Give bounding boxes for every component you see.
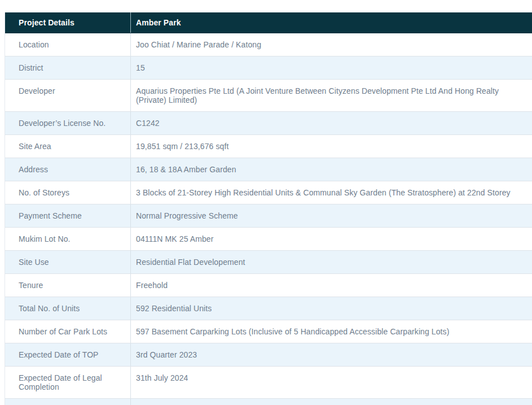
row-label: Payment Scheme <box>5 204 130 227</box>
table-row: Address 16, 18 & 18A Amber Garden <box>5 158 532 181</box>
row-label: Expected Date of Legal Completion <box>5 367 130 398</box>
row-value: Normal Progressive Scheme <box>130 204 532 227</box>
table-row: Number of Car Park Lots 597 Basement Car… <box>5 320 532 343</box>
table-row: Developer Aquarius Properties Pte Ltd (A… <box>5 80 532 112</box>
row-label: Security <box>5 399 130 405</box>
row-value: 24 Hours Security Guard <box>130 399 532 405</box>
table-row: No. of Storeys 3 Blocks of 21-Storey Hig… <box>5 181 532 204</box>
row-label: No. of Storeys <box>5 181 130 204</box>
row-label: Number of Car Park Lots <box>5 320 130 343</box>
table-row: Payment Scheme Normal Progressive Scheme <box>5 204 532 228</box>
row-value: 16, 18 & 18A Amber Garden <box>130 158 532 181</box>
table-row: Expected Date of TOP 3rd Quarter 2023 <box>5 343 532 367</box>
row-label: Expected Date of TOP <box>5 343 130 366</box>
table-row: Security 24 Hours Security Guard <box>5 399 532 405</box>
row-value: Freehold <box>130 274 532 297</box>
row-value: 15 <box>130 56 532 79</box>
table-row: Location Joo Chiat / Marine Parade / Kat… <box>5 33 532 56</box>
row-value: 3rd Quarter 2023 <box>130 343 532 366</box>
table-header-row: Project Details Amber Park <box>5 12 532 33</box>
table-header-value-column: Amber Park <box>130 12 532 33</box>
row-value: 19,851 sqm / 213,676 sqft <box>130 135 532 158</box>
row-label: Total No. of Units <box>5 297 130 320</box>
row-label: District <box>5 56 130 79</box>
row-value: Residential Flat Developement <box>130 251 532 273</box>
table-body: Location Joo Chiat / Marine Parade / Kat… <box>5 33 532 405</box>
table-row: Expected Date of Legal Completion 31th J… <box>5 367 532 399</box>
table-row: Site Area 19,851 sqm / 213,676 sqft <box>5 135 532 158</box>
row-value: 04111N MK 25 Amber <box>130 228 532 250</box>
table-header-label-column: Project Details <box>5 12 130 33</box>
row-value: Joo Chiat / Marine Parade / Katong <box>130 33 532 56</box>
table-row: Site Use Residential Flat Developement <box>5 251 532 274</box>
row-value: 597 Basement Carparking Lots (Inclusive … <box>130 320 532 343</box>
row-value: 31th July 2024 <box>130 367 532 398</box>
row-value: C1242 <box>130 112 532 134</box>
row-label: Tenure <box>5 274 130 297</box>
table-row: Mukim Lot No. 04111N MK 25 Amber <box>5 228 532 251</box>
row-value: Aquarius Properties Pte Ltd (A Joint Ven… <box>130 80 532 111</box>
row-label: Site Area <box>5 135 130 158</box>
table-row: District 15 <box>5 56 532 80</box>
table-row: Tenure Freehold <box>5 274 532 297</box>
row-label: Site Use <box>5 251 130 273</box>
row-label: Address <box>5 158 130 181</box>
project-details-table: Project Details Amber Park Location Joo … <box>5 12 532 405</box>
table-row: Total No. of Units 592 Residential Units <box>5 297 532 320</box>
row-label: Location <box>5 33 130 56</box>
row-label: Mukim Lot No. <box>5 228 130 250</box>
table-row: Developer’s License No. C1242 <box>5 112 532 135</box>
row-value: 3 Blocks of 21-Storey High Residential U… <box>130 181 532 204</box>
row-value: 592 Residential Units <box>130 297 532 320</box>
row-label: Developer’s License No. <box>5 112 130 134</box>
row-label: Developer <box>5 80 130 111</box>
